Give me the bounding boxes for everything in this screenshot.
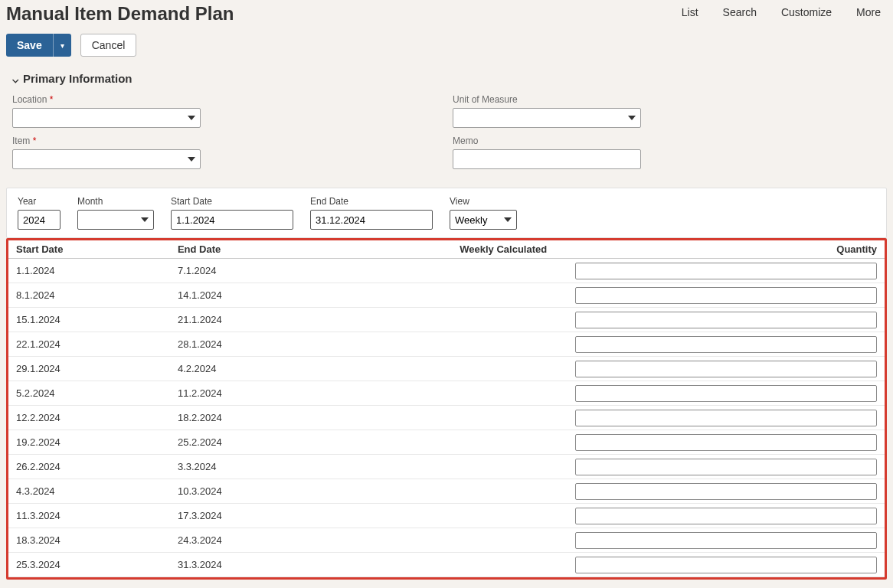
quantity-input[interactable]	[575, 532, 877, 549]
uom-select[interactable]	[453, 108, 641, 128]
quantity-input[interactable]	[575, 263, 877, 279]
cell-end-date: 3.3.2024	[170, 455, 452, 479]
save-dropdown-button[interactable]: ▾	[54, 34, 71, 57]
cell-end-date: 28.1.2024	[170, 332, 452, 357]
cell-weekly	[452, 479, 568, 504]
start-date-input[interactable]	[171, 210, 293, 230]
th-weekly[interactable]: Weekly Calculated	[452, 240, 568, 259]
cell-end-date: 10.3.2024	[170, 479, 452, 504]
table-row[interactable]: 1.1.20247.1.2024	[8, 259, 885, 283]
quantity-input[interactable]	[575, 557, 877, 573]
label-view: View	[450, 196, 517, 207]
label-memo: Memo	[453, 136, 893, 146]
nav-list[interactable]: List	[682, 6, 698, 18]
table-row[interactable]: 15.1.202421.1.2024	[8, 308, 885, 332]
table-row[interactable]: 26.2.20243.3.2024	[8, 455, 885, 479]
month-select[interactable]	[77, 210, 154, 230]
label-year: Year	[18, 196, 61, 207]
quantity-input[interactable]	[575, 434, 877, 451]
cell-end-date: 21.1.2024	[170, 308, 452, 332]
cell-weekly	[452, 504, 568, 528]
cell-start-date: 12.2.2024	[8, 406, 170, 430]
table-row[interactable]: 29.1.20244.2.2024	[8, 357, 885, 381]
cell-end-date: 4.2.2024	[170, 357, 452, 381]
cell-start-date: 25.3.2024	[8, 553, 170, 577]
cell-start-date: 26.2.2024	[8, 455, 170, 479]
section-title-primary: Primary Information	[23, 72, 132, 85]
caret-down-icon: ▾	[61, 41, 64, 50]
label-start-date: Start Date	[171, 196, 293, 207]
quantity-input[interactable]	[575, 385, 877, 402]
quantity-input[interactable]	[575, 287, 877, 304]
th-quantity[interactable]: Quantity	[568, 240, 885, 259]
cell-start-date: 4.3.2024	[8, 479, 170, 504]
table-row[interactable]: 4.3.202410.3.2024	[8, 479, 885, 504]
th-start-date[interactable]: Start Date	[8, 240, 170, 259]
cell-end-date: 25.2.2024	[170, 430, 452, 455]
cell-weekly	[452, 553, 568, 577]
nav-customize[interactable]: Customize	[781, 6, 832, 18]
save-button[interactable]: Save	[6, 34, 54, 57]
quantity-input[interactable]	[575, 508, 877, 524]
cell-end-date: 7.1.2024	[170, 259, 452, 283]
memo-input[interactable]	[453, 149, 641, 169]
cell-start-date: 5.2.2024	[8, 381, 170, 406]
end-date-input[interactable]	[310, 210, 433, 230]
chevron-down-icon[interactable]: ⌵	[12, 73, 18, 85]
label-uom: Unit of Measure	[453, 94, 893, 105]
cell-weekly	[452, 528, 568, 553]
cell-weekly	[452, 381, 568, 406]
cell-weekly	[452, 259, 568, 283]
quantity-input[interactable]	[575, 410, 877, 426]
required-mark: *	[33, 136, 37, 146]
quantity-input[interactable]	[575, 459, 877, 475]
cell-end-date: 11.2.2024	[170, 381, 452, 406]
table-row[interactable]: 12.2.202418.2.2024	[8, 406, 885, 430]
item-select[interactable]	[12, 149, 201, 169]
label-end-date: End Date	[310, 196, 433, 207]
nav-more[interactable]: More	[856, 6, 881, 18]
quantity-input[interactable]	[575, 336, 877, 353]
location-select[interactable]	[12, 108, 201, 128]
cell-start-date: 19.2.2024	[8, 430, 170, 455]
table-row[interactable]: 11.3.202417.3.2024	[8, 504, 885, 528]
required-mark: *	[50, 94, 54, 105]
cell-end-date: 18.2.2024	[170, 406, 452, 430]
cell-start-date: 11.3.2024	[8, 504, 170, 528]
cell-end-date: 17.3.2024	[170, 504, 452, 528]
th-end-date[interactable]: End Date	[170, 240, 452, 259]
demand-table: Start Date End Date Weekly Calculated Qu…	[8, 240, 885, 577]
quantity-input[interactable]	[575, 483, 877, 500]
cell-start-date: 18.3.2024	[8, 528, 170, 553]
cell-weekly	[452, 406, 568, 430]
cell-weekly	[452, 430, 568, 455]
cell-start-date: 8.1.2024	[8, 283, 170, 308]
highlighted-table-area: Start Date End Date Weekly Calculated Qu…	[6, 238, 887, 580]
label-location: Location *	[12, 94, 453, 105]
table-row[interactable]: 18.3.202424.3.2024	[8, 528, 885, 553]
view-select[interactable]: Weekly	[450, 210, 517, 230]
label-month: Month	[77, 196, 154, 207]
nav-search[interactable]: Search	[723, 6, 757, 18]
table-row[interactable]: 5.2.202411.2.2024	[8, 381, 885, 406]
cell-weekly	[452, 283, 568, 308]
quantity-input[interactable]	[575, 361, 877, 377]
table-row[interactable]: 25.3.202431.3.2024	[8, 553, 885, 577]
quantity-input[interactable]	[575, 312, 877, 328]
cell-end-date: 24.3.2024	[170, 528, 452, 553]
cell-weekly	[452, 308, 568, 332]
cell-end-date: 14.1.2024	[170, 283, 452, 308]
page-title: Manual Item Demand Plan	[6, 3, 234, 24]
cell-weekly	[452, 357, 568, 381]
cell-start-date: 29.1.2024	[8, 357, 170, 381]
cancel-button[interactable]: Cancel	[80, 34, 137, 57]
cell-end-date: 31.3.2024	[170, 553, 452, 577]
table-row[interactable]: 8.1.202414.1.2024	[8, 283, 885, 308]
cell-start-date: 22.1.2024	[8, 332, 170, 357]
cell-weekly	[452, 455, 568, 479]
label-item: Item *	[12, 136, 453, 146]
table-row[interactable]: 22.1.202428.1.2024	[8, 332, 885, 357]
year-input[interactable]	[18, 210, 61, 230]
cell-start-date: 1.1.2024	[8, 259, 170, 283]
table-row[interactable]: 19.2.202425.2.2024	[8, 430, 885, 455]
